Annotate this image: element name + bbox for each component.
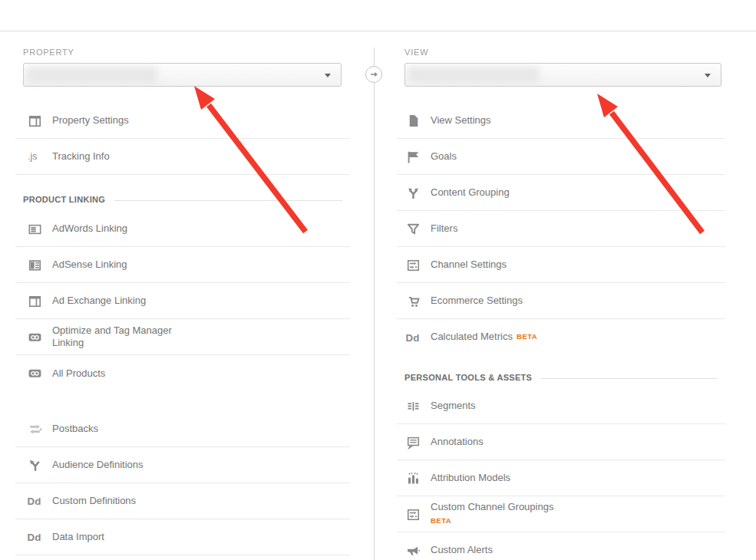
- menu-item-label: All Products: [52, 367, 105, 380]
- section-header-rule: [541, 378, 718, 379]
- section-header-product-linking: PRODUCT LINKING: [15, 175, 350, 211]
- menu-item-optimize-tag-manager-linking[interactable]: Optimize and Tag ManagerLinking: [15, 319, 350, 355]
- menu-item-tracking-info[interactable]: .jsTracking Info: [15, 139, 350, 175]
- menu-item-text: All Products: [52, 367, 105, 379]
- menu-item-custom-alerts[interactable]: Custom Alerts: [397, 532, 725, 560]
- menu-item-channel-settings[interactable]: Channel Settings: [397, 247, 725, 283]
- menu-item-label: Custom Channel GroupingsBETA: [431, 501, 553, 527]
- menu-item-segments[interactable]: Segments: [397, 388, 725, 424]
- menu-item-label: Content Grouping: [431, 186, 510, 199]
- menu-item-custom-definitions[interactable]: DdCustom Definitions: [15, 483, 350, 519]
- property-column: PROPERTY Property Settings.jsTracking In…: [15, 48, 350, 555]
- menu-item-label: Custom Alerts: [431, 544, 493, 556]
- adwords-icon: [27, 221, 42, 236]
- js-icon: .js: [27, 149, 42, 164]
- menu-item-calculated-metrics[interactable]: DdCalculated MetricsBETA: [397, 319, 725, 355]
- menu-item-content-grouping[interactable]: Content Grouping: [397, 175, 725, 211]
- audience-icon: [27, 457, 42, 473]
- column-divider: [374, 48, 375, 560]
- segments-icon: [405, 398, 421, 413]
- menu-item-text: Goals: [431, 150, 457, 162]
- menu-item-filters[interactable]: Filters: [397, 211, 725, 247]
- layout-icon: [27, 113, 42, 128]
- menu-item-label: AdWords Linking: [52, 222, 127, 235]
- menu-item-label: Data Import: [52, 531, 104, 543]
- menu-item-text: Optimize and Tag Manager: [52, 324, 172, 336]
- menu-item-text: Ecommerce Settings: [431, 295, 523, 306]
- menu-item-ecommerce-settings[interactable]: Ecommerce Settings: [397, 283, 725, 319]
- menu-item-adwords-linking[interactable]: AdWords Linking: [15, 211, 350, 247]
- beta-badge: BETA: [517, 332, 537, 341]
- menu-item-text: Custom Definitions: [52, 495, 136, 506]
- postbacks-icon: [27, 421, 42, 436]
- menu-item-label: Annotations: [431, 436, 484, 448]
- menu-item-label: Filters: [431, 222, 457, 235]
- page-icon: [405, 113, 421, 128]
- redacted-property-name: [27, 67, 157, 83]
- menu-item-audience-definitions[interactable]: Audience Definitions: [15, 447, 350, 483]
- menu-item-data-import[interactable]: DdData Import: [15, 519, 350, 555]
- cart-icon: [405, 293, 421, 308]
- menu-item-text: Custom Alerts: [431, 544, 493, 555]
- section-header-rule: [114, 200, 342, 201]
- adsense-icon: [27, 257, 42, 272]
- svg-text:Dd: Dd: [28, 496, 41, 507]
- link-icon: [27, 329, 42, 344]
- view-selector-dropdown[interactable]: [404, 63, 721, 87]
- menu-item-text: Audience Definitions: [52, 459, 144, 470]
- menu-item-text: View Settings: [431, 114, 491, 126]
- collapse-view-column-button[interactable]: [365, 66, 382, 83]
- menu-item-adsense-linking[interactable]: AdSense Linking: [15, 247, 350, 283]
- menu-item-text: Segments: [431, 400, 476, 411]
- menu-item-view-settings[interactable]: View Settings: [397, 103, 725, 139]
- menu-item-label: AdSense Linking: [52, 259, 127, 271]
- megaphone-icon: [405, 542, 421, 558]
- menu-item-ad-exchange-linking[interactable]: Ad Exchange Linking: [15, 283, 350, 319]
- section-header-label: PRODUCT LINKING: [23, 195, 105, 204]
- menu-item-text: Tracking Info: [52, 150, 110, 162]
- svg-text:Dd: Dd: [406, 332, 420, 344]
- menu-item-goals[interactable]: Goals: [397, 139, 725, 175]
- menu-item-label: Tracking Info: [52, 150, 110, 163]
- forward-arrow-icon: [369, 70, 378, 79]
- menu-item-label: Segments: [431, 400, 476, 412]
- menu-item-text: Annotations: [431, 436, 484, 447]
- menu-item-label: Ecommerce Settings: [431, 295, 523, 307]
- property-selector-dropdown[interactable]: [23, 63, 342, 87]
- funnel-icon: [405, 221, 421, 236]
- menu-item-text: AdSense Linking: [52, 259, 127, 270]
- menu-item-text: Property Settings: [52, 114, 129, 126]
- menu-item-property-settings[interactable]: Property Settings: [15, 103, 350, 139]
- menu-item-all-products[interactable]: All Products: [15, 355, 350, 391]
- menu-item-text: AdWords Linking: [52, 222, 127, 234]
- view-column-label: VIEW: [404, 48, 725, 58]
- property-column-label: PROPERTY: [23, 48, 350, 58]
- menu-item-label: Attribution Models: [431, 472, 510, 484]
- dd-icon: Dd: [405, 330, 421, 345]
- menu-item-label: Custom Definitions: [52, 495, 136, 507]
- channels-icon: [405, 257, 421, 272]
- svg-text:.js: .js: [28, 151, 37, 162]
- split-icon: [405, 185, 421, 200]
- link-icon: [27, 366, 42, 381]
- menu-item-text-line2: Linking: [52, 337, 84, 348]
- menu-item-annotations[interactable]: Annotations: [397, 424, 725, 460]
- menu-item-custom-channel-groupings[interactable]: Custom Channel GroupingsBETA: [397, 496, 725, 532]
- flag-icon: [405, 149, 421, 164]
- menu-item-text: Attribution Models: [431, 472, 510, 483]
- top-bar: [0, 0, 756, 31]
- menu-gap: [15, 391, 350, 411]
- menu-item-attribution-models[interactable]: Attribution Models: [397, 460, 725, 496]
- menu-item-text: Ad Exchange Linking: [52, 295, 146, 306]
- menu-item-text: Postbacks: [52, 423, 98, 434]
- dd-icon: Dd: [27, 493, 42, 509]
- redacted-view-name: [408, 67, 539, 83]
- annotations-icon: [405, 434, 421, 450]
- menu-item-text: Filters: [431, 222, 457, 234]
- menu-item-label: Channel Settings: [431, 259, 507, 271]
- menu-item-postbacks[interactable]: Postbacks: [15, 411, 350, 447]
- menu-item-text: Calculated Metrics: [431, 331, 513, 342]
- view-column: VIEW View SettingsGoalsContent GroupingF…: [397, 48, 725, 560]
- menu-item-label: Postbacks: [52, 423, 98, 435]
- menu-item-label: Calculated MetricsBETA: [431, 331, 537, 344]
